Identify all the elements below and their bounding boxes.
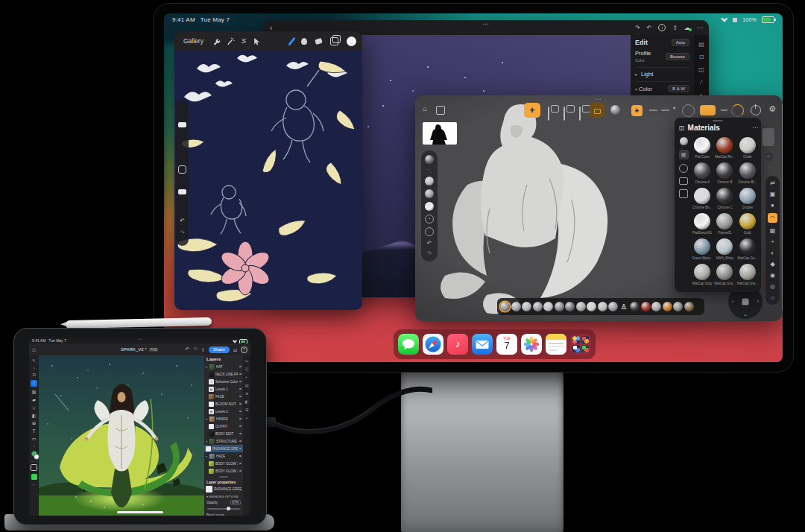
type-tool-icon[interactable]: T [33,428,36,434]
material-item[interactable]: MatCap Ge... [736,238,759,260]
back-chevron-icon[interactable]: ‹ [270,24,272,32]
home-indicator[interactable] [117,511,163,513]
material-item[interactable]: Green Meta... [691,238,713,260]
gallery-button[interactable]: Gallery [183,37,203,45]
preview-swatch[interactable] [31,474,37,480]
material-item[interactable]: Chrome A [691,162,713,184]
layer-row[interactable]: ▾HAZE [204,452,243,460]
layer-row[interactable]: OUTFIT [204,422,243,430]
eyedropper-tool-icon[interactable]: ◔ [33,444,35,449]
brush-preset-red[interactable] [641,302,651,311]
power-icon[interactable] [751,105,761,115]
light-section-label[interactable]: Light [641,71,653,77]
panel-collapse-icon[interactable]: ◫ [679,124,685,131]
clone-tool-icon[interactable]: ▧ [32,389,37,394]
resize-tool-icon[interactable]: ⇄ [770,180,775,186]
panel-drag-handle[interactable] [713,120,723,121]
undo-icon[interactable]: ↶ [176,218,189,224]
strength-dial[interactable] [731,104,744,117]
brush-preset[interactable] [511,302,521,311]
crop-tool-icon[interactable]: ⊡ [699,54,704,60]
material-item[interactable]: Flat Color [691,137,713,159]
layer-visibility-icon[interactable] [239,373,242,376]
panel-resize-handle[interactable] [219,476,228,478]
layer-visibility-icon[interactable] [239,396,242,398]
ps-canvas[interactable] [39,355,204,516]
layer-row[interactable]: ▤Levels 2 [204,408,243,415]
filter-icon[interactable]: ⊕ [245,391,248,396]
layer-row-selected[interactable]: RADIANCE GREEN [204,445,243,452]
color-section-label[interactable]: ▾ Color [635,86,652,92]
masking-tool-icon[interactable]: ▤ [698,41,704,48]
layer-visibility-icon[interactable] [239,411,242,413]
add-color-icon[interactable]: • [425,215,434,224]
brush-preset[interactable] [543,302,553,311]
layer-row[interactable]: BODY EDIT [204,430,243,437]
falloff-icon[interactable]: ⋱ [427,168,432,173]
add-button[interactable]: + [631,105,643,116]
grid-view-icon[interactable]: ▦ [679,150,689,159]
more-tools-icon[interactable]: ⋯ [32,482,36,487]
library-icon[interactable] [679,177,688,185]
target-tool-icon[interactable]: ◉ [770,272,775,279]
healing-tool-icon[interactable]: ◇ [32,405,36,410]
layer-row[interactable]: BLOOM SUIT [204,400,243,408]
dock-icon-music[interactable]: ♪ [447,334,468,355]
radius-dial[interactable] [682,104,695,117]
duplicate-tool-icon[interactable] [579,107,581,121]
layers-icon[interactable] [330,37,338,45]
color-sphere-icon[interactable] [425,202,434,211]
ps-send-icon[interactable]: ⊡ [233,347,237,352]
current-material-icon[interactable] [680,137,688,145]
blending-options-section[interactable]: ▾ BLENDING OPTIONS [204,494,243,499]
material-item[interactable]: Gold [736,213,759,235]
ps-home-icon[interactable]: ⌂ [32,346,36,353]
share-icon[interactable]: ⇧ [672,25,678,31]
opacity-slider[interactable] [178,189,186,194]
adjustments-wand-icon[interactable] [227,37,235,45]
material-item[interactable]: MatCap Gre... [736,264,759,285]
paint-brush-icon[interactable] [288,37,295,45]
matcap-tool-icon-selected[interactable]: ◠ [768,213,777,223]
layer-row[interactable]: ▤Levels 1 [204,385,243,393]
crop-tool-icon[interactable]: ⊞ [32,420,36,425]
shape-tool-icon[interactable]: ▭ [32,436,37,441]
dpad-down-icon[interactable]: ⌄ [743,311,748,317]
select-tool-icon[interactable]: ⊡ [32,373,35,377]
dpad-right-icon[interactable]: › [757,299,759,304]
healing-tool-icon[interactable]: ◫ [698,66,704,73]
material-sphere-icon[interactable] [425,189,434,198]
dpad-left-icon[interactable]: ‹ [732,299,733,304]
brush-preset[interactable] [598,302,607,311]
light-section-caret[interactable]: ▸ [635,72,637,77]
figure-tool-icon[interactable]: ♙ [619,302,629,311]
opacity-slider[interactable] [207,508,240,510]
brush-preset[interactable] [587,302,596,311]
material-item[interactable]: MatCap Gra... [713,264,736,285]
material-item[interactable]: Chrome Bri... [691,188,713,209]
delete-layer-icon[interactable]: ▭ [245,358,249,363]
layer-visibility-icon[interactable] [239,470,242,472]
layer-row[interactable]: BODY GLOW 1 [204,460,243,467]
layer-visibility-icon[interactable] [239,425,242,428]
brush-preset[interactable] [630,302,640,311]
brush-size-slider[interactable] [178,122,186,127]
smudge-icon[interactable] [301,38,307,45]
layer-row[interactable]: ▾HAT [204,363,243,370]
dock-icon-app-library[interactable] [570,334,591,355]
eraser-tool-icon[interactable]: ▰ [32,397,36,402]
add-layer-icon[interactable]: + [246,416,248,420]
more-icon[interactable]: ⋯ [697,25,703,31]
ps-redo-icon[interactable]: ↷ [193,346,198,352]
comment-icon[interactable]: ▤ [245,383,249,387]
lasso-tool-icon[interactable]: ◌ [33,366,36,370]
brush-preset-orange[interactable] [663,302,672,311]
brush-preset[interactable] [522,302,531,311]
cloud-sync-icon[interactable]: ☁ [684,25,690,31]
brush-preset[interactable] [565,302,575,311]
layer-visibility-icon[interactable] [239,448,242,450]
layer-row[interactable]: ▾STRUCTURE [204,437,243,445]
view-tool-icon[interactable] [31,464,37,471]
brush-preset-textured[interactable] [684,302,694,311]
dock-icon-photos[interactable] [521,334,542,355]
